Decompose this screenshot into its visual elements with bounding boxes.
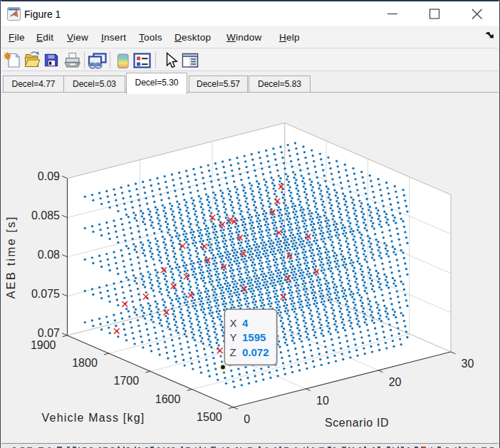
svg-text:10: 10 [316, 395, 329, 407]
svg-text:AEB time [s]: AEB time [s] [4, 215, 17, 298]
svg-text:1800: 1800 [72, 357, 98, 369]
svg-text:0.075: 0.075 [31, 288, 60, 300]
svg-text:30: 30 [462, 358, 474, 370]
svg-text:Z: Z [230, 346, 236, 358]
svg-text:1700: 1700 [114, 375, 140, 387]
svg-text:Y: Y [230, 331, 237, 343]
svg-text:0.07: 0.07 [38, 327, 60, 339]
svg-text:Vehicle Mass [kg]: Vehicle Mass [kg] [42, 412, 145, 424]
svg-text:1600: 1600 [155, 393, 181, 405]
svg-text:20: 20 [389, 376, 402, 388]
svg-text:Scenario ID: Scenario ID [325, 417, 389, 429]
svg-text:0.085: 0.085 [31, 209, 60, 222]
svg-text:4: 4 [242, 317, 249, 329]
svg-text:1595: 1595 [242, 331, 266, 343]
svg-text:1500: 1500 [197, 411, 222, 423]
svg-text:1900: 1900 [31, 339, 56, 351]
svg-text:0.08: 0.08 [38, 249, 60, 261]
svg-text:X: X [230, 317, 237, 329]
svg-text:0.072: 0.072 [242, 346, 269, 358]
svg-text:0.09: 0.09 [38, 170, 60, 182]
svg-text:0: 0 [244, 413, 250, 425]
